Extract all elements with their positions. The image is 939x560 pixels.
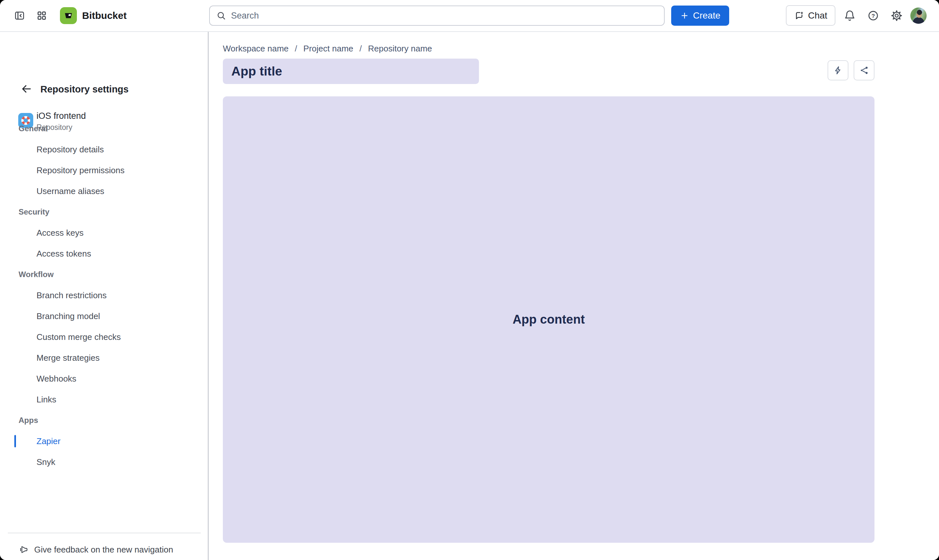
megaphone-icon: [19, 545, 29, 554]
sidebar-item-branch-restrictions[interactable]: Branch restrictions: [0, 285, 208, 306]
app-content-placeholder: App content: [223, 96, 874, 543]
user-avatar[interactable]: [910, 8, 927, 24]
help-icon: ?: [867, 10, 879, 22]
nav-label: Branch restrictions: [37, 291, 106, 300]
sidebar-item-branching-model[interactable]: Branching model: [0, 306, 208, 326]
nav-label: Security: [19, 208, 49, 217]
main-content: Workspace name/Project name/Repository n…: [209, 32, 939, 560]
nav-label: Branching model: [37, 311, 100, 322]
brand-name: Bitbucket: [82, 10, 127, 21]
brand-home-link[interactable]: Bitbucket: [60, 7, 127, 24]
breadcrumb-repository-name[interactable]: Repository name: [368, 44, 432, 54]
app-switcher-button[interactable]: [34, 8, 49, 23]
nav-label: Links: [37, 395, 56, 405]
nav-label: Repository details: [37, 145, 104, 155]
sidebar-item-zapier[interactable]: Zapier: [0, 431, 208, 452]
sidebar-item-custom-merge-checks[interactable]: Custom merge checks: [0, 326, 208, 348]
share-button[interactable]: [854, 60, 874, 80]
nav-label: Custom merge checks: [37, 332, 121, 342]
svg-text:?: ?: [871, 13, 875, 19]
sidebar-section-workflow: Workflow: [0, 264, 208, 285]
page-actions: [828, 60, 874, 80]
app-switcher-icon: [37, 11, 47, 21]
share-icon: [859, 65, 869, 75]
collapse-sidebar-button[interactable]: [12, 8, 27, 23]
settings-button[interactable]: [890, 8, 904, 23]
app-content-label: App content: [512, 312, 585, 326]
sidebar-item-username-aliases[interactable]: Username aliases: [0, 181, 208, 202]
sidebar-item-access-tokens[interactable]: Access tokens: [0, 243, 208, 264]
plus-icon: [680, 11, 689, 20]
breadcrumb: Workspace name/Project name/Repository n…: [223, 44, 432, 54]
search-input[interactable]: [230, 11, 657, 21]
nav-label: Username aliases: [37, 186, 104, 196]
chat-button-label: Chat: [808, 11, 827, 21]
search-icon: [216, 11, 226, 20]
top-navigation-bar: Bitbucket Create: [0, 0, 939, 32]
settings-nav: GeneralRepository detailsRepository perm…: [0, 118, 208, 472]
sidebar-item-repository-permissions[interactable]: Repository permissions: [0, 160, 208, 181]
sidebar-item-merge-strategies[interactable]: Merge strategies: [0, 348, 208, 368]
sidebar-item-repository-details[interactable]: Repository details: [0, 139, 208, 160]
sidebar-title: Repository settings: [40, 84, 129, 95]
app-title-placeholder: App title: [223, 58, 479, 84]
back-arrow-icon: [21, 83, 32, 94]
breadcrumb-workspace-name[interactable]: Workspace name: [223, 44, 289, 54]
nav-label: Merge strategies: [37, 353, 100, 363]
sidebar-item-links[interactable]: Links: [0, 389, 208, 410]
nav-label: Workflow: [19, 270, 54, 279]
feedback-button[interactable]: Give feedback on the new navigation: [0, 542, 208, 557]
breadcrumb-separator: /: [295, 44, 297, 54]
nav-label: General: [19, 124, 48, 133]
help-button[interactable]: ?: [866, 8, 880, 23]
nav-label: Repository permissions: [37, 165, 125, 175]
nav-label: Apps: [19, 416, 38, 425]
create-button-label: Create: [693, 11, 720, 21]
automation-button[interactable]: [828, 60, 848, 80]
sidebar-divider: [8, 533, 201, 533]
back-button[interactable]: [19, 82, 34, 96]
nav-label: Access keys: [37, 228, 84, 238]
bell-icon: [844, 10, 856, 22]
nav-label: Access tokens: [37, 249, 91, 259]
app-title: App title: [231, 64, 282, 78]
feedback-button-label: Give feedback on the new navigation: [34, 545, 173, 555]
sidebar-section-security: Security: [0, 202, 208, 222]
nav-label: Snyk: [37, 457, 56, 467]
bitbucket-logo: [60, 7, 77, 24]
breadcrumb-separator: /: [359, 44, 362, 54]
bitbucket-window: Bitbucket Create: [0, 0, 939, 560]
selected-item-indicator: [14, 435, 16, 447]
notifications-button[interactable]: [843, 8, 857, 23]
sidebar-item-snyk[interactable]: Snyk: [0, 452, 208, 472]
sidebar-item-access-keys[interactable]: Access keys: [0, 222, 208, 243]
sidebar-section-general: General: [0, 118, 208, 139]
nav-label: Zapier: [37, 436, 61, 446]
settings-sidebar: Repository settings iOS frontend Reposit…: [0, 32, 208, 560]
create-button[interactable]: Create: [671, 6, 729, 26]
lightning-icon: [833, 65, 843, 75]
gear-icon: [891, 10, 902, 22]
nav-label: Webhooks: [37, 374, 76, 384]
sidebar-section-apps: Apps: [0, 410, 208, 431]
global-search: [209, 6, 665, 26]
collapse-sidebar-icon: [14, 10, 25, 21]
chat-button[interactable]: Chat: [786, 5, 836, 26]
chat-sparkle-icon: [794, 11, 805, 21]
breadcrumb-project-name[interactable]: Project name: [303, 44, 353, 54]
sidebar-item-webhooks[interactable]: Webhooks: [0, 368, 208, 389]
